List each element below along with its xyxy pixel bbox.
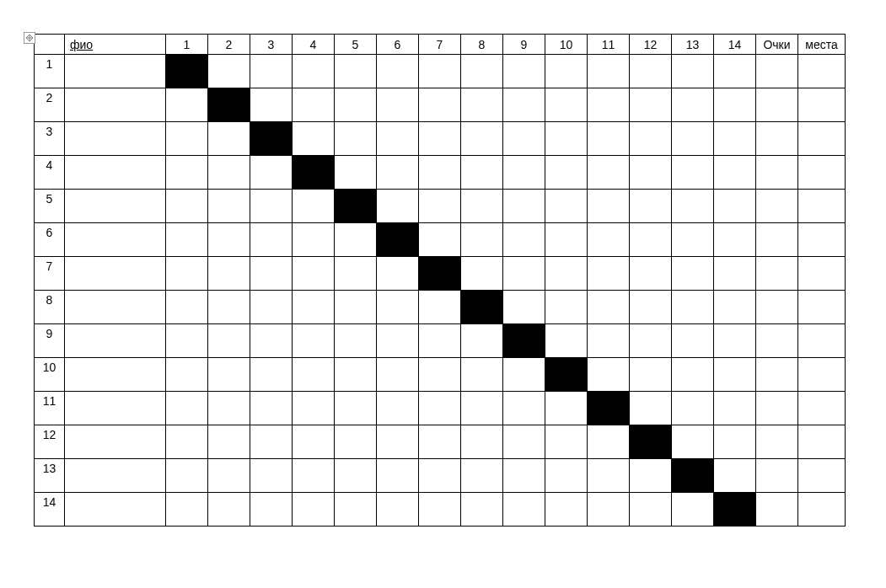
score-cell[interactable] xyxy=(714,358,756,392)
score-cell[interactable] xyxy=(545,223,588,257)
score-cell[interactable] xyxy=(419,223,461,257)
score-cell[interactable] xyxy=(166,392,208,425)
score-cell[interactable] xyxy=(419,459,461,493)
score-cell[interactable] xyxy=(545,291,588,324)
score-cell[interactable] xyxy=(419,88,461,122)
score-cell[interactable] xyxy=(335,55,377,88)
score-cell[interactable] xyxy=(208,190,250,223)
score-cell[interactable] xyxy=(545,493,588,527)
table-anchor-icon[interactable] xyxy=(24,32,35,44)
score-cell[interactable] xyxy=(335,425,377,459)
score-cell[interactable] xyxy=(545,156,588,190)
score-cell[interactable] xyxy=(208,358,250,392)
score-cell[interactable] xyxy=(461,55,503,88)
score-cell[interactable] xyxy=(630,291,672,324)
score-cell[interactable] xyxy=(461,324,503,358)
score-cell[interactable] xyxy=(714,392,756,425)
score-cell[interactable] xyxy=(588,459,630,493)
score-cell[interactable] xyxy=(166,190,208,223)
score-cell[interactable] xyxy=(588,55,630,88)
score-cell[interactable] xyxy=(419,291,461,324)
score-cell[interactable] xyxy=(293,459,335,493)
score-cell[interactable] xyxy=(250,425,293,459)
score-cell[interactable] xyxy=(293,493,335,527)
score-cell[interactable] xyxy=(377,156,419,190)
score-cell[interactable] xyxy=(588,425,630,459)
score-cell[interactable] xyxy=(250,358,293,392)
score-cell[interactable] xyxy=(166,122,208,156)
score-cell[interactable] xyxy=(250,223,293,257)
score-cell[interactable] xyxy=(377,257,419,291)
name-cell[interactable] xyxy=(65,459,166,493)
score-cell[interactable] xyxy=(714,425,756,459)
score-cell[interactable] xyxy=(166,459,208,493)
score-cell[interactable] xyxy=(208,324,250,358)
score-cell[interactable] xyxy=(377,459,419,493)
score-cell[interactable] xyxy=(461,190,503,223)
score-cell[interactable] xyxy=(545,257,588,291)
points-cell[interactable] xyxy=(756,122,798,156)
score-cell[interactable] xyxy=(293,425,335,459)
name-cell[interactable] xyxy=(65,122,166,156)
score-cell[interactable] xyxy=(250,459,293,493)
score-cell[interactable] xyxy=(208,223,250,257)
points-cell[interactable] xyxy=(756,324,798,358)
score-cell[interactable] xyxy=(335,88,377,122)
score-cell[interactable] xyxy=(250,493,293,527)
score-cell[interactable] xyxy=(714,122,756,156)
place-cell[interactable] xyxy=(798,122,846,156)
points-cell[interactable] xyxy=(756,493,798,527)
score-cell[interactable] xyxy=(166,324,208,358)
score-cell[interactable] xyxy=(335,291,377,324)
score-cell[interactable] xyxy=(293,291,335,324)
score-cell[interactable] xyxy=(419,392,461,425)
name-cell[interactable] xyxy=(65,392,166,425)
points-cell[interactable] xyxy=(756,190,798,223)
score-cell[interactable] xyxy=(630,55,672,88)
score-cell[interactable] xyxy=(419,122,461,156)
score-cell[interactable] xyxy=(503,291,545,324)
score-cell[interactable] xyxy=(503,425,545,459)
score-cell[interactable] xyxy=(503,257,545,291)
score-cell[interactable] xyxy=(208,493,250,527)
score-cell[interactable] xyxy=(335,122,377,156)
score-cell[interactable] xyxy=(503,358,545,392)
score-cell[interactable] xyxy=(672,55,714,88)
score-cell[interactable] xyxy=(588,88,630,122)
score-cell[interactable] xyxy=(293,88,335,122)
score-cell[interactable] xyxy=(419,493,461,527)
points-cell[interactable] xyxy=(756,291,798,324)
points-cell[interactable] xyxy=(756,257,798,291)
score-cell[interactable] xyxy=(293,324,335,358)
name-cell[interactable] xyxy=(65,223,166,257)
score-cell[interactable] xyxy=(377,324,419,358)
score-cell[interactable] xyxy=(630,324,672,358)
score-cell[interactable] xyxy=(166,223,208,257)
score-cell[interactable] xyxy=(166,257,208,291)
score-cell[interactable] xyxy=(335,223,377,257)
score-cell[interactable] xyxy=(293,223,335,257)
score-cell[interactable] xyxy=(166,291,208,324)
score-cell[interactable] xyxy=(545,392,588,425)
points-cell[interactable] xyxy=(756,392,798,425)
name-cell[interactable] xyxy=(65,358,166,392)
score-cell[interactable] xyxy=(545,55,588,88)
score-cell[interactable] xyxy=(630,122,672,156)
score-cell[interactable] xyxy=(588,122,630,156)
score-cell[interactable] xyxy=(335,459,377,493)
score-cell[interactable] xyxy=(166,493,208,527)
score-cell[interactable] xyxy=(419,358,461,392)
score-cell[interactable] xyxy=(672,223,714,257)
score-cell[interactable] xyxy=(461,459,503,493)
score-cell[interactable] xyxy=(461,122,503,156)
score-cell[interactable] xyxy=(250,291,293,324)
score-cell[interactable] xyxy=(588,257,630,291)
score-cell[interactable] xyxy=(250,392,293,425)
score-cell[interactable] xyxy=(335,257,377,291)
score-cell[interactable] xyxy=(630,459,672,493)
place-cell[interactable] xyxy=(798,459,846,493)
score-cell[interactable] xyxy=(208,257,250,291)
score-cell[interactable] xyxy=(503,156,545,190)
score-cell[interactable] xyxy=(419,324,461,358)
score-cell[interactable] xyxy=(630,190,672,223)
